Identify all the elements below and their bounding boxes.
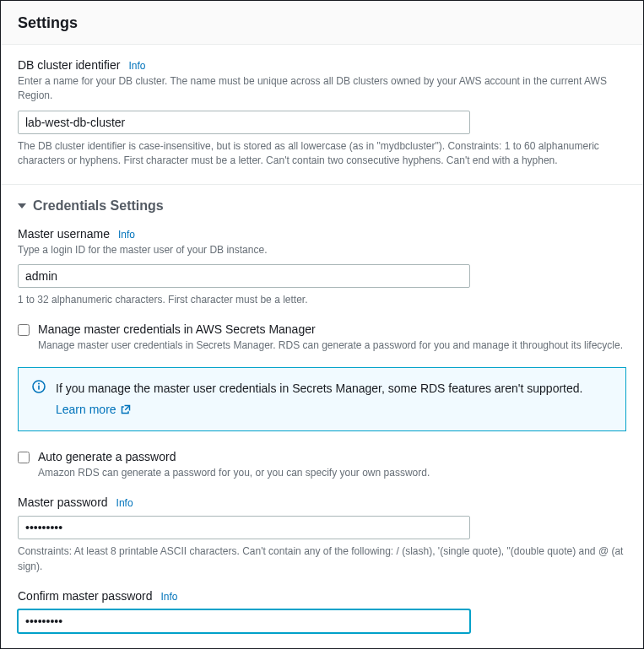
cluster-id-constraint: The DB cluster identifier is case-insens… [18, 139, 626, 169]
caret-down-icon [18, 203, 26, 208]
cluster-id-label: DB cluster identifier [18, 58, 120, 72]
cluster-id-input[interactable] [18, 111, 470, 134]
info-icon [32, 380, 46, 393]
confirm-password-input[interactable] [18, 609, 470, 633]
credentials-title: Credentials Settings [33, 198, 164, 214]
page-title: Settings [18, 14, 626, 32]
cluster-id-hint: Enter a name for your DB cluster. The na… [18, 74, 626, 104]
learn-more-link[interactable]: Learn more [56, 401, 131, 419]
cluster-id-section: DB cluster identifier Info Enter a name … [1, 45, 643, 185]
master-password-input[interactable] [18, 516, 470, 539]
secrets-manager-checkbox[interactable] [18, 324, 30, 336]
secrets-manager-desc: Manage master user credentials in Secret… [38, 338, 626, 353]
secrets-manager-label: Manage master credentials in AWS Secrets… [38, 322, 626, 336]
confirm-password-label: Confirm master password [18, 589, 153, 603]
auto-generate-checkbox[interactable] [18, 452, 30, 463]
info-box-text: If you manage the master user credential… [56, 382, 582, 395]
master-password-label: Master password [18, 495, 108, 509]
panel-header: Settings [1, 1, 643, 45]
master-username-block: Master username Info Type a login ID for… [18, 227, 626, 308]
master-username-label: Master username [18, 227, 110, 241]
master-password-info-link[interactable]: Info [116, 497, 133, 509]
auto-generate-label: Auto generate a password [38, 450, 626, 463]
auto-generate-desc: Amazon RDS can generate a password for y… [38, 466, 626, 480]
credentials-body: Master username Info Type a login ID for… [18, 227, 626, 633]
master-password-block: Master password Info Constraints: At lea… [18, 495, 626, 574]
master-username-input[interactable] [18, 264, 470, 288]
cluster-id-info-link[interactable]: Info [128, 60, 145, 72]
learn-more-label: Learn more [56, 401, 116, 419]
settings-panel: Settings DB cluster identifier Info Ente… [0, 0, 644, 649]
master-username-hint: Type a login ID for the master user of y… [18, 243, 626, 257]
master-username-constraint: 1 to 32 alphanumeric characters. First c… [18, 293, 626, 307]
confirm-password-block: Confirm master password Info [18, 589, 626, 633]
auto-generate-block: Auto generate a password Amazon RDS can … [18, 450, 626, 480]
credentials-section: Credentials Settings Master username Inf… [1, 185, 643, 648]
external-link-icon [121, 404, 131, 414]
svg-rect-2 [38, 385, 40, 389]
secrets-manager-block: Manage master credentials in AWS Secrets… [18, 322, 626, 353]
secrets-manager-info-box: If you manage the master user credential… [18, 367, 626, 431]
svg-point-1 [38, 382, 40, 384]
credentials-toggle[interactable]: Credentials Settings [18, 198, 626, 214]
master-username-info-link[interactable]: Info [118, 229, 135, 241]
master-password-constraint: Constraints: At least 8 printable ASCII … [18, 544, 626, 574]
confirm-password-info-link[interactable]: Info [161, 591, 178, 603]
